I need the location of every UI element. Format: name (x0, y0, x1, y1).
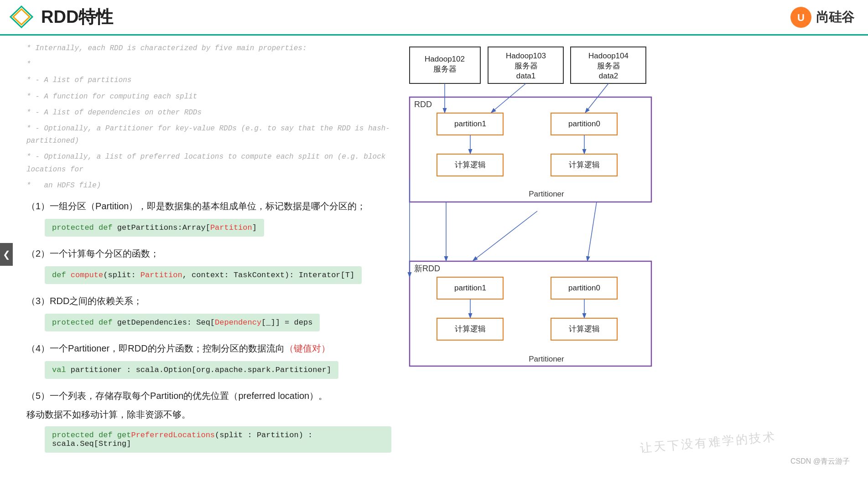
section-3-code: protected def getDependencies: Seq[Depen… (45, 314, 320, 331)
logo-icon (9, 5, 34, 30)
comment-5: * - A list of dependencies on other RDDs (26, 107, 391, 119)
header-left: RDD特性 (9, 5, 113, 30)
newrdd-calc1-label: 计算逻辑 (455, 325, 486, 333)
rdd-diagram-svg: Hadoop102 服务器 Hadoop103 服务器 data1 Hadoop… (400, 42, 720, 384)
section-5-code: protected def getPreferredLocations(spli… (45, 426, 391, 453)
comment-8: * an HDFS file) (26, 180, 391, 192)
hadoop103-label-2: 服务器 (515, 62, 538, 70)
comment-6: * - Optionally, a Partitioner for key-va… (26, 123, 391, 147)
main-content: * Internally, each RDD is characterized … (13, 36, 868, 465)
hadoop104-label-1: Hadoop104 (588, 52, 629, 60)
newrdd-partition0-label: partition0 (568, 284, 600, 292)
comment-3: * - A list of partitions (26, 74, 391, 87)
rdd-outer-label: RDD (414, 100, 432, 109)
section-5-title: （5）一个列表，存储存取每个Partition的优先位置（preferred l… (26, 390, 391, 402)
diagram-container: Hadoop102 服务器 Hadoop103 服务器 data1 Hadoop… (400, 42, 868, 384)
hadoop104-label-3: data2 (599, 72, 619, 80)
header: RDD特性 U 尚硅谷 (0, 0, 868, 36)
hadoop103-label-1: Hadoop103 (506, 52, 546, 60)
brand-logo: U 尚硅谷 (790, 6, 854, 29)
hadoop102-label-1: Hadoop102 (425, 55, 465, 63)
section-4: （4）一个Partitioner，即RDD的分片函数；控制分区的数据流向（键值对… (26, 342, 391, 382)
hadoop102-label-2: 服务器 (433, 65, 457, 73)
section-4-title: （4）一个Partitioner，即RDD的分片函数；控制分区的数据流向（键值对… (26, 342, 391, 355)
rdd-calc0-label: 计算逻辑 (569, 160, 600, 169)
section-3: （3）RDD之间的依赖关系； protected def getDependen… (26, 295, 391, 334)
newrdd-calc0-label: 计算逻辑 (569, 325, 600, 333)
csdn-credit: CSDN @青云游子 (790, 457, 850, 466)
comment-4: * - A function for computing each split (26, 91, 391, 103)
comment-7: * - Optionally, a list of preferred loca… (26, 151, 391, 176)
brand-icon: U (790, 6, 812, 29)
newrdd-partition1-label: partition1 (454, 284, 486, 292)
left-panel: * Internally, each RDD is characterized … (26, 42, 391, 460)
newrdd-partitioner-label: Partitioner (529, 355, 564, 363)
rdd-partitioner-label: Partitioner (529, 190, 564, 198)
bottom-text: 移动数据不如移动计算，除非资源不够。 (26, 408, 391, 421)
comment-1: * Internally, each RDD is characterized … (26, 42, 391, 55)
section-4-code: val partitioner : scala.Option[org.apach… (45, 361, 338, 379)
prev-arrow[interactable]: ❮ (0, 243, 13, 266)
rdd-partition0-label: partition0 (568, 119, 600, 128)
rdd-calc1-label: 计算逻辑 (455, 160, 486, 169)
page-title: RDD特性 (41, 5, 113, 29)
section-3-title: （3）RDD之间的依赖关系； (26, 295, 391, 307)
section-2-code: def compute(split: Partition, context: T… (45, 266, 362, 284)
section-5: （5）一个列表，存储存取每个Partition的优先位置（preferred l… (26, 390, 391, 455)
comment-2: * (26, 58, 391, 71)
arrow-rdd-newrdd-3 (587, 202, 597, 260)
arrow-rdd-newrdd-2 (473, 211, 537, 260)
section-1: （1）一组分区（Partition），即是数据集的基本组成单位，标记数据是哪个分… (26, 200, 391, 239)
svg-text:U: U (797, 12, 805, 23)
section-1-title: （1）一组分区（Partition），即是数据集的基本组成单位，标记数据是哪个分… (26, 200, 391, 212)
hadoop104-label-2: 服务器 (597, 62, 620, 70)
rdd-partition1-label: partition1 (454, 119, 486, 128)
section-2-title: （2）一个计算每个分区的函数； (26, 248, 391, 260)
new-rdd-outer-label: 新RDD (414, 264, 440, 273)
section-2: （2）一个计算每个分区的函数； def compute(split: Parti… (26, 248, 391, 287)
right-panel: Hadoop102 服务器 Hadoop103 服务器 data1 Hadoop… (400, 42, 868, 460)
hadoop103-label-3: data1 (516, 72, 536, 80)
section-1-code: protected def getPartitions:Array[Partit… (45, 219, 264, 237)
brand-name: 尚硅谷 (816, 9, 854, 26)
